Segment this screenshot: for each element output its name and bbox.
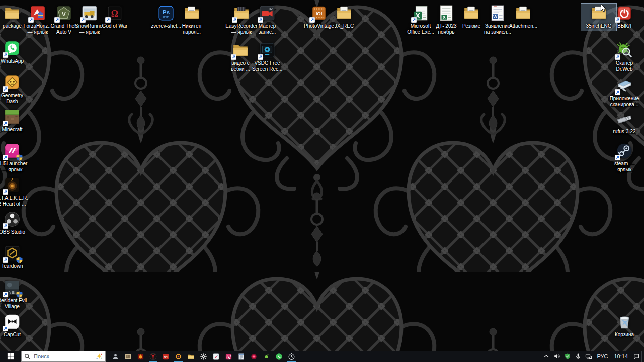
minecraft-icon <box>4 108 21 125</box>
folder-docs-icon <box>183 5 200 22</box>
start-button[interactable] <box>0 351 21 362</box>
desktop-icon-label: OBS Studio <box>0 229 25 235</box>
desktop-icon-label: Резюме <box>462 23 480 29</box>
desktop-icon-capcut[interactable]: CapCut <box>0 312 30 340</box>
clock[interactable]: 10:14 <box>611 351 631 362</box>
desktop-icon-label: WhatsApp <box>1 58 24 64</box>
desktop-icon-label: JX_REC <box>335 23 354 29</box>
taskbar-file-explorer-icon[interactable] <box>185 351 197 362</box>
desktop-icon-whatsapp[interactable]: WhatsApp <box>0 38 30 66</box>
taskbar-people-icon[interactable] <box>109 351 122 362</box>
desktop-icon-vsdc-free-screen-recorder[interactable]: VSDC Free Screen Rec... <box>249 40 285 74</box>
gow-icon: Ω <box>106 5 123 22</box>
system-tray: РУС 10:14 <box>541 351 644 362</box>
desktop-icon-jx-rec-folder[interactable]: JX_REC <box>326 3 362 31</box>
bin-icon <box>616 313 633 330</box>
taskbar-vsdc-editor-icon[interactable] <box>222 351 235 362</box>
rev-icon: VIII <box>4 279 21 296</box>
desktop-icon-label: Мастер запис... <box>259 23 276 35</box>
desktop-icon-dr-web-scanner[interactable]: Сканер Dr.Web <box>606 40 642 74</box>
desktop-icon-vykl-power-shortcut[interactable]: ВЫКЛ <box>606 3 642 31</box>
excel-app-icon: X <box>412 5 429 22</box>
desktop-icon-master-zapisi[interactable]: HD Мастер запис... <box>249 3 285 37</box>
desktop-icon-recycle-bin[interactable]: Корзина <box>606 312 642 340</box>
snow-icon <box>81 5 98 22</box>
steam-icon <box>616 142 633 159</box>
desktop-icon-label: Minecraft <box>2 127 22 133</box>
action-center-icon[interactable] <box>631 351 641 362</box>
folder-icon <box>232 42 249 59</box>
taskbar-green-phone-icon[interactable] <box>273 351 285 362</box>
power-icon <box>616 5 633 22</box>
svg-text:HD: HD <box>269 7 273 10</box>
svg-text:VIII: VIII <box>9 290 16 295</box>
desktop-icon-label: rufus-3.22 <box>613 129 635 135</box>
desktop-icon-label: God of War <box>102 23 128 29</box>
desktop-icon-label: FH5Launcher — ярлык <box>0 161 27 173</box>
taskbar-record-red-icon[interactable] <box>248 351 260 362</box>
taskbar-y-browser-icon[interactable] <box>147 351 159 362</box>
tray-chevron-up-icon[interactable] <box>541 351 551 362</box>
tray-network-icon[interactable] <box>583 351 594 362</box>
desktop-icon-label: Никитен парол... <box>182 23 201 35</box>
desktop-icon-label: ВЫКЛ <box>617 23 631 29</box>
desktop-icon-god-of-war[interactable]: Ω God of War <box>97 3 133 31</box>
folder-docs-icon <box>463 5 480 22</box>
tray-volume-icon[interactable] <box>551 351 562 362</box>
camera-hd-icon: HD <box>259 5 276 22</box>
desktop-icon-geometry-dash[interactable]: Geometry Dash <box>0 72 30 107</box>
taskbar-search[interactable] <box>21 351 106 362</box>
taskbar-photos-app-icon[interactable] <box>122 351 134 362</box>
svg-text:Ps: Ps <box>163 9 170 15</box>
taskbar-timer-recorder-icon[interactable] <box>285 351 298 362</box>
desktop-icon-rufus-322[interactable]: rufus-3.22 <box>606 109 642 137</box>
desktop-icon-steam-shortcut[interactable]: steam — ярлык <box>606 141 642 175</box>
svg-text:64: 64 <box>164 355 168 358</box>
desktop-icon-stalker-2[interactable]: S.T.A.L.K.E.R. 2 Heart of ... <box>0 175 30 209</box>
show-desktop-strip[interactable] <box>641 351 644 362</box>
svg-text:V: V <box>62 11 66 17</box>
desktop-icon-label: Resident Evil Village <box>0 298 27 310</box>
folder-docs-icon <box>336 5 353 22</box>
forza-red-icon <box>29 5 46 22</box>
desktop-icon-resident-evil-village[interactable]: VIII Resident Evil Village <box>0 278 30 312</box>
geometry-icon <box>4 74 21 91</box>
desktop-icon-teardown[interactable]: Teardown <box>0 243 30 272</box>
desktop-icon-fh5-launcher-shortcut[interactable]: FH5Launcher — ярлык <box>0 141 30 175</box>
desktop-icon-nikiten-passwords-folder[interactable]: Никитен парол... <box>174 3 210 37</box>
desktop-icon-minecraft[interactable]: Minecraft <box>0 107 30 135</box>
tray-security-shield-icon[interactable] <box>562 351 573 362</box>
folder-icon <box>4 5 21 22</box>
search-highlights-sparkle-icon <box>96 353 103 360</box>
taskbar-notepad-icon[interactable] <box>235 351 248 362</box>
svg-text:PSD: PSD <box>163 16 169 19</box>
language-indicator[interactable]: РУС <box>594 351 611 362</box>
teardown-icon <box>4 245 21 262</box>
taskbar-settings-gear-icon[interactable] <box>197 351 210 362</box>
desktop-icon-label: CapCut <box>4 332 21 338</box>
tray-microphone-icon[interactable] <box>573 351 583 362</box>
desktop-icon-label: Корзина <box>615 332 634 338</box>
search-input[interactable] <box>33 353 94 360</box>
desktop-icon-attachments-folder[interactable]: Attachmen... <box>505 3 541 31</box>
usb-icon <box>616 110 633 127</box>
taskbar-red-64-app-icon[interactable]: 64 <box>159 351 172 362</box>
taskbar-orange-player-icon[interactable] <box>172 351 185 362</box>
taskbar-green-dot-icon[interactable] <box>260 351 273 362</box>
stalker-icon <box>4 176 21 194</box>
word-doc-icon: W <box>489 5 506 22</box>
desktop-icon-label: Teardown <box>1 263 23 269</box>
desktop-icon-label: Attachmen... <box>509 23 537 29</box>
desktop-icon-layer: package ForzaHoriz... — ярлык V Grand Th… <box>0 0 644 351</box>
taskbar-photo-viewer-z-icon[interactable]: Z <box>210 351 222 362</box>
taskbar-flame-game-icon[interactable] <box>134 351 147 362</box>
desktop-icon-obs-studio[interactable]: OBS Studio <box>0 209 30 237</box>
desktop-icon-scanner-app[interactable]: Приложение сканирова... <box>606 75 642 110</box>
desktop-icon-label: Приложение сканирова... <box>610 96 639 108</box>
drweb-icon <box>616 42 633 59</box>
desktop-icon-label: package <box>3 23 22 29</box>
folder-docs-icon <box>590 5 607 22</box>
svg-text:Ω: Ω <box>111 9 118 19</box>
desktop-icon-label: Сканер Dr.Web <box>616 60 633 72</box>
svg-text:IOI: IOI <box>316 11 323 16</box>
